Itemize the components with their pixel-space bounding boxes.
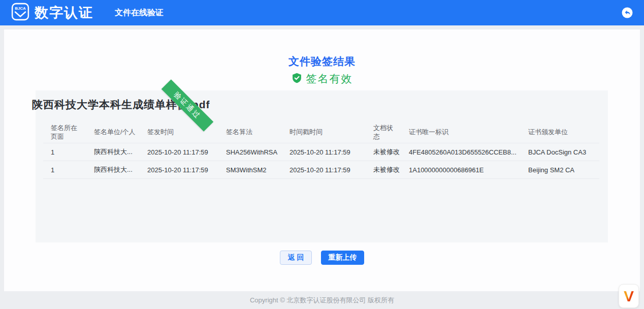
cell-cert-issuer: Beijing SM2 CA (521, 166, 599, 174)
shield-check-icon (292, 73, 302, 85)
cell-algorithm: SHA256WithRSA (218, 148, 282, 156)
page-title: 文件验签结果 (4, 54, 640, 69)
cell-signer: 陕西科技大... (86, 147, 140, 157)
v-logo-icon: V (624, 289, 634, 304)
copyright-text: Copyright © 北京数字认证股份有限公司 版权所有 (250, 296, 394, 305)
cell-sign-time: 2025-10-20 11:17:59 (140, 148, 218, 156)
back-arrow-icon[interactable] (622, 7, 633, 18)
back-button[interactable]: 返 回 (280, 251, 312, 265)
cell-page: 1 (43, 166, 86, 174)
cell-cert-id: 1A10000000000686961E (401, 166, 521, 174)
cell-algorithm: SM3WithSM2 (218, 166, 282, 174)
main-card: 文件验签结果 签名有效 陕西科技大学本科生成绩单样例.pdf 验证通过 签名所在… (4, 29, 640, 291)
page-footer: Copyright © 北京数字认证股份有限公司 版权所有 (0, 291, 644, 309)
table-row: 1 陕西科技大... 2025-10-20 11:17:59 SM3WithSM… (43, 161, 599, 179)
cell-cert-issuer: BJCA DocSign CA3 (521, 148, 599, 156)
col-header-doc-status: 文档状态 (366, 121, 401, 143)
col-header-timestamp: 时间戳时间 (282, 126, 366, 138)
cell-timestamp: 2025-10-20 11:17:59 (282, 148, 366, 156)
status-line: 签名有效 (4, 72, 640, 86)
status-badge: 签名有效 (306, 72, 353, 86)
v-assistant-widget[interactable]: V (619, 284, 639, 308)
col-header-cert-id: 证书唯一标识 (401, 126, 521, 138)
brand-logo: BJCA 数字认证 (11, 3, 93, 23)
cell-page: 1 (43, 148, 86, 156)
table-row: 1 陕西科技大... 2025-10-20 11:17:59 SHA256Wit… (43, 143, 599, 161)
cell-sign-time: 2025-10-20 11:17:59 (140, 166, 218, 174)
signature-table: 签名所在页面 签名单位/个人 签发时间 签名算法 时间戳时间 文档状态 证书唯一… (43, 121, 599, 179)
cell-cert-id: 4FE4805260A013D655526CCEB8... (401, 148, 521, 156)
reupload-button[interactable]: 重新上传 (321, 251, 364, 265)
col-header-cert-issuer: 证书颁发单位 (521, 126, 599, 138)
cell-timestamp: 2025-10-20 11:17:59 (282, 166, 366, 174)
action-buttons: 返 回 重新上传 (4, 251, 640, 265)
cell-doc-status: 未被修改 (366, 147, 401, 157)
bjca-badge-icon: BJCA (11, 3, 29, 23)
svg-text:BJCA: BJCA (15, 6, 26, 11)
col-header-signer: 签名单位/个人 (86, 126, 140, 138)
table-header-row: 签名所在页面 签名单位/个人 签发时间 签名算法 时间戳时间 文档状态 证书唯一… (43, 121, 599, 143)
col-header-page: 签名所在页面 (43, 121, 86, 143)
col-header-algorithm: 签名算法 (218, 126, 282, 138)
app-header: BJCA 数字认证 文件在线验证 (0, 0, 644, 25)
brand-title: 数字认证 (35, 4, 93, 22)
nav-file-online-verify[interactable]: 文件在线验证 (115, 8, 164, 18)
cell-signer: 陕西科技大... (86, 165, 140, 174)
cell-doc-status: 未被修改 (366, 165, 401, 174)
verify-result-panel: 陕西科技大学本科生成绩单样例.pdf 验证通过 签名所在页面 签名单位/个人 签… (36, 90, 608, 242)
